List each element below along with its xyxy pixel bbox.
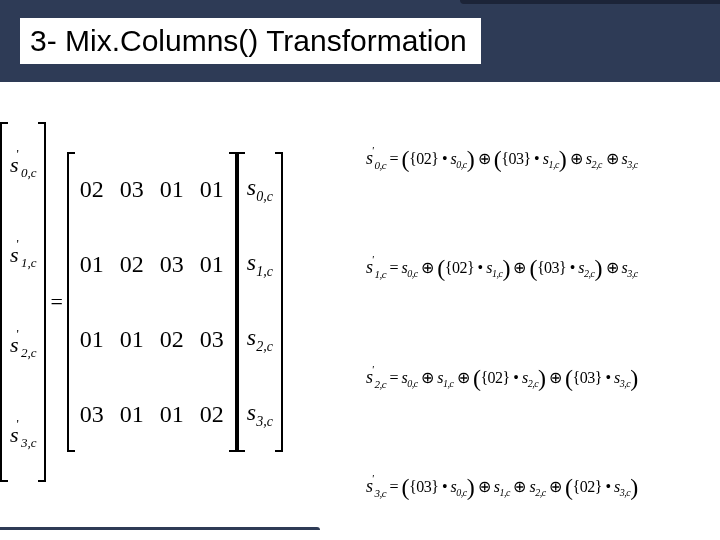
matrix-cell: 01: [80, 326, 104, 353]
matrix-cell: 02: [200, 401, 224, 428]
slide-title: 3- Mix.Columns() Transformation: [20, 18, 481, 64]
bracket-left-icon: [0, 122, 8, 482]
matrix-cell: 03: [80, 401, 104, 428]
matrix-cell: 02: [160, 326, 184, 353]
vec-cell: s3,c: [247, 399, 273, 430]
bracket-right-icon: [229, 152, 237, 452]
matrix-cell: 02: [120, 251, 144, 278]
equation-list: s'0,c = ({02} • s0,c) ⊕ ({03} • s1,c) ⊕ …: [360, 82, 720, 540]
matrix-cell: 03: [200, 326, 224, 353]
equals-sign: =: [46, 289, 66, 315]
bracket-left-icon: [67, 152, 75, 452]
state-vector: s0,c s1,c s2,c s3,c: [245, 152, 275, 452]
bracket-right-icon: [275, 152, 283, 452]
matrix-cell: 01: [160, 176, 184, 203]
bracket-left-icon: [237, 152, 245, 452]
equation-row: s'0,c = ({02} • s0,c) ⊕ ({03} • s1,c) ⊕ …: [366, 143, 714, 171]
footer-accent: [0, 527, 320, 530]
matrix-cell: 01: [80, 251, 104, 278]
vec-cell: s1,c: [247, 249, 273, 280]
matrix-cell: 03: [120, 176, 144, 203]
vec-cell: s'3,c: [10, 422, 36, 451]
vec-cell: s'0,c: [10, 152, 36, 181]
header-accent: [460, 0, 720, 4]
matrix-cell: 01: [120, 326, 144, 353]
matrix-cell: 02: [80, 176, 104, 203]
slide-header: 3- Mix.Columns() Transformation: [0, 0, 720, 82]
equation-row: s'2,c = s0,c ⊕ s1,c ⊕ ({02} • s2,c) ⊕ ({…: [366, 362, 714, 390]
matrix-cell: 01: [200, 176, 224, 203]
matrix-cell: 01: [160, 401, 184, 428]
coefficient-matrix: 02 03 01 01 01 02 03 01 01 01 02 03 03 0…: [75, 152, 229, 452]
result-vector: s'0,c s'1,c s'2,c s'3,c: [8, 122, 38, 482]
matrix-equation: s'0,c s'1,c s'2,c s'3,c = 02 03 01 01 01…: [0, 82, 360, 540]
vec-cell: s'1,c: [10, 242, 36, 271]
matrix-cell: 03: [160, 251, 184, 278]
equation-row: s'1,c = s0,c ⊕ ({02} • s1,c) ⊕ ({03} • s…: [366, 252, 714, 280]
vec-cell: s'2,c: [10, 332, 36, 361]
matrix-cell: 01: [200, 251, 224, 278]
vec-cell: s2,c: [247, 324, 273, 355]
equation-row: s'3,c = ({03} • s0,c) ⊕ s1,c ⊕ s2,c ⊕ ({…: [366, 471, 714, 499]
matrix-cell: 01: [120, 401, 144, 428]
slide-body: s'0,c s'1,c s'2,c s'3,c = 02 03 01 01 01…: [0, 82, 720, 540]
bracket-right-icon: [38, 122, 46, 482]
vec-cell: s0,c: [247, 174, 273, 205]
